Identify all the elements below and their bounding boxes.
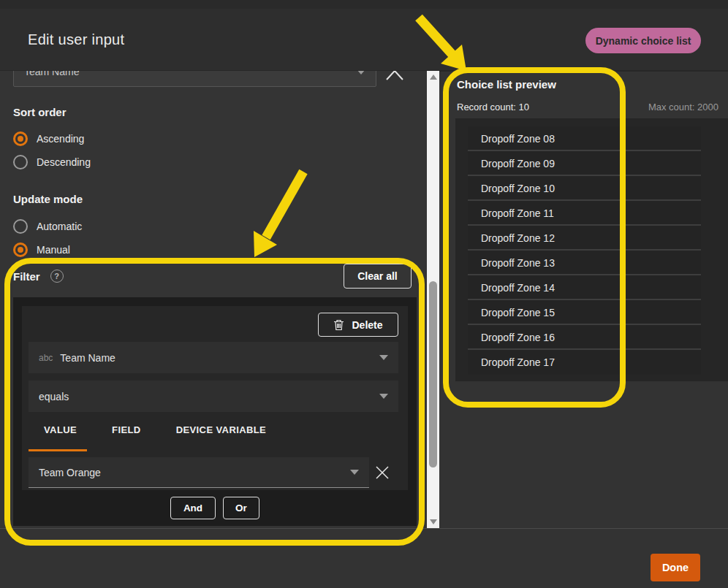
choice-list-item: Dropoff Zone 12 (468, 226, 701, 251)
filter-field-dropdown[interactable]: abc Team Name (29, 342, 398, 373)
choice-list-item: Dropoff Zone 09 (468, 151, 701, 176)
radio-label: Automatic (37, 221, 82, 232)
radio-icon[interactable] (13, 243, 28, 257)
header-top-strip (0, 0, 728, 9)
sort-order-heading: Sort order (13, 106, 67, 118)
active-tab-underline (29, 449, 87, 451)
close-icon (374, 465, 390, 481)
choice-list-item: Dropoff Zone 10 (468, 176, 701, 201)
trash-icon (333, 319, 344, 331)
choice-list-item: Dropoff Zone 17 (468, 350, 701, 375)
field-select-value: Team Name (24, 71, 357, 77)
preview-title: Choice list preview (457, 78, 556, 91)
filter-heading-label: Filter (13, 270, 40, 283)
delete-button[interactable]: Delete (318, 313, 398, 337)
clear-all-button[interactable]: Clear all (344, 264, 412, 289)
chevron-down-icon (357, 71, 365, 75)
dynamic-choice-list-badge[interactable]: Dynamic choice list (585, 28, 701, 53)
collapse-section-button[interactable] (384, 71, 405, 83)
string-type-icon: abc (39, 353, 53, 363)
radio-label: Descending (37, 156, 91, 168)
vertical-scrollbar[interactable] (427, 71, 439, 528)
radio-label: Manual (37, 244, 70, 256)
help-icon[interactable]: ? (50, 270, 64, 283)
choice-list-item: Dropoff Zone 08 (468, 126, 701, 151)
page-title: Edit user input (28, 31, 124, 48)
record-count: Record count: 10 (457, 102, 529, 112)
tab-device-variable[interactable]: DEVICE VARIABLE (176, 424, 267, 435)
radio-option-ascending[interactable]: Ascending (13, 131, 84, 147)
or-button[interactable]: Or (223, 497, 259, 519)
and-button[interactable]: And (170, 497, 216, 519)
filter-condition-card: Delete abc Team Name equals VALUE FIELD … (22, 306, 408, 490)
edit-user-input-dialog: Edit user input Dynamic choice list Team… (0, 0, 728, 588)
dialog-footer: Done (0, 528, 728, 588)
filter-value-dropdown[interactable]: Team Orange (29, 457, 369, 488)
andor-button-row: And Or (13, 497, 417, 519)
dialog-header: Edit user input Dynamic choice list (0, 0, 728, 71)
filter-field-value: Team Name (60, 352, 379, 364)
filter-operator-dropdown[interactable]: equals (29, 381, 398, 412)
scrollbar-down-icon (430, 519, 437, 524)
choice-list-item: Dropoff Zone 16 (468, 325, 701, 350)
radio-label: Ascending (37, 133, 84, 145)
field-select-dropdown[interactable]: Team Name (13, 71, 376, 87)
scrollbar-down-button[interactable] (427, 516, 439, 528)
choice-list-item: Dropoff Zone 13 (468, 251, 701, 275)
filter-value-tabs: VALUE FIELD DEVICE VARIABLE (29, 424, 266, 435)
choice-list-item: Dropoff Zone 14 (468, 275, 701, 300)
choice-list-preview-panel: Choice list preview Record count: 10 Max… (439, 71, 728, 528)
radio-option-manual[interactable]: Manual (13, 242, 70, 258)
scrollbar-thumb[interactable] (429, 281, 437, 467)
radio-icon[interactable] (13, 155, 28, 169)
chevron-up-icon (384, 71, 405, 83)
tab-value[interactable]: VALUE (44, 424, 77, 435)
max-count: Max count: 2000 (648, 102, 718, 112)
scrollbar-up-button[interactable] (427, 71, 439, 83)
choice-list-item: Dropoff Zone 15 (468, 300, 701, 325)
filter-heading: Filter ? (13, 270, 64, 283)
filter-operator-value: equals (39, 391, 379, 402)
delete-button-label: Delete (352, 319, 382, 331)
done-button[interactable]: Done (651, 554, 700, 581)
scrollbar-up-icon (430, 75, 437, 80)
clear-value-button[interactable] (374, 462, 396, 484)
filter-container: Delete abc Team Name equals VALUE FIELD … (13, 297, 417, 526)
radio-icon[interactable] (13, 131, 28, 146)
choice-list: Dropoff Zone 08 Dropoff Zone 09 Dropoff … (455, 118, 728, 381)
update-mode-heading: Update mode (13, 193, 83, 205)
radio-icon[interactable] (13, 219, 28, 234)
choice-list-item: Dropoff Zone 11 (468, 201, 701, 226)
radio-option-automatic[interactable]: Automatic (13, 218, 82, 234)
chevron-down-icon (379, 394, 388, 399)
chevron-down-icon (350, 470, 359, 475)
chevron-down-icon (379, 355, 388, 360)
tab-field[interactable]: FIELD (112, 424, 141, 435)
filter-value-text: Team Orange (39, 467, 350, 478)
radio-option-descending[interactable]: Descending (13, 154, 91, 170)
settings-panel: Team Name Sort order Ascending Descendin… (0, 71, 427, 528)
